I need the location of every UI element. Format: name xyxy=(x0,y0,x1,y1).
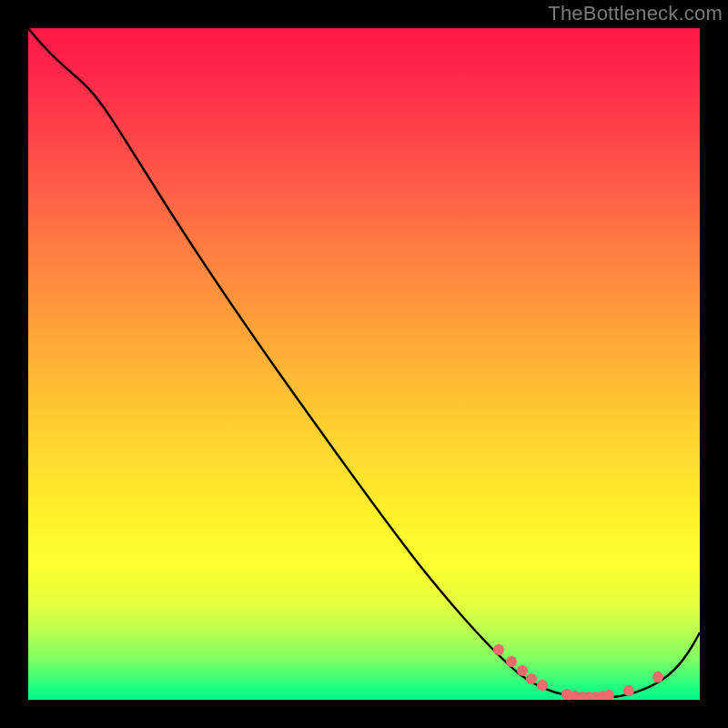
svg-point-3 xyxy=(526,673,537,684)
chart-svg xyxy=(28,28,700,700)
bottleneck-curve xyxy=(28,28,700,698)
svg-point-1 xyxy=(506,656,517,667)
svg-point-0 xyxy=(493,644,504,655)
svg-point-13 xyxy=(652,672,663,682)
svg-point-4 xyxy=(537,680,548,691)
svg-point-12 xyxy=(623,685,634,696)
watermark-text: TheBottleneck.com xyxy=(548,2,723,25)
svg-point-11 xyxy=(603,690,614,700)
chart-frame: TheBottleneck.com xyxy=(0,0,728,728)
svg-point-2 xyxy=(517,665,528,676)
plot-area xyxy=(28,28,700,700)
